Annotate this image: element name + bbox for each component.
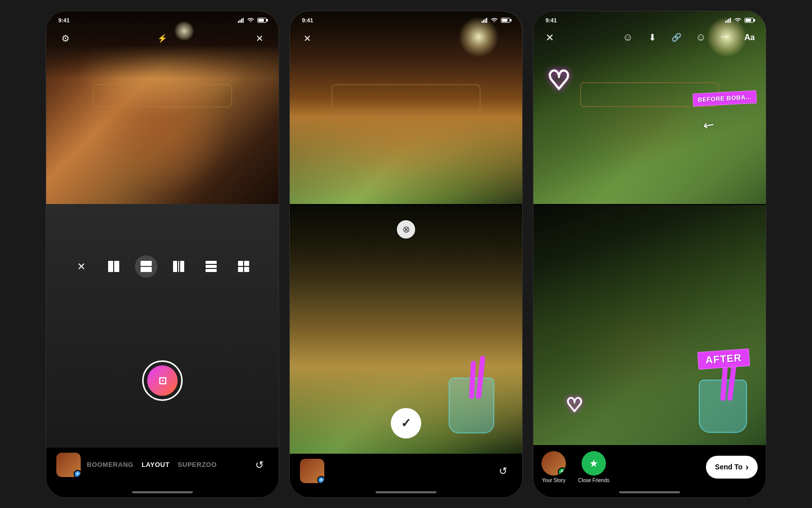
heart-sticker-bottom[interactable]: ♡ [566, 394, 583, 416]
gallery-thumbnail-1[interactable]: + [56, 453, 81, 477]
status-time-1: 9:41 [58, 17, 70, 23]
close-icon-1: ✕ [256, 33, 263, 44]
star-badge-icon: ★ [589, 457, 598, 469]
layout-logo-text: ⊡ [158, 375, 167, 387]
close-friends-option[interactable]: ★ Close Friends [578, 451, 610, 483]
layout-active-btn[interactable] [135, 255, 157, 278]
share-bar: ★ Your Story ★ Close Friends Send To › [533, 445, 766, 487]
flip-icon-1: ↺ [255, 459, 264, 471]
layout-4grid-btn[interactable] [232, 255, 255, 278]
close-friends-icon: ★ [582, 451, 606, 476]
wifi-icon [247, 18, 254, 23]
battery-icon-2 [501, 18, 510, 23]
status-time-2: 9:41 [302, 17, 313, 23]
svg-rect-1 [240, 20, 241, 23]
delete-icon: ⊗ [402, 224, 410, 235]
status-bar-3: 9:41 [533, 11, 766, 27]
send-to-label: Send To [715, 463, 742, 471]
download-icon: ⬇ [649, 32, 656, 43]
story-add-icon: ★ [558, 467, 566, 476]
delete-photo-button[interactable]: ⊗ [397, 220, 415, 239]
grid-2x2-icon [238, 261, 249, 272]
sticker-button[interactable]: ☺ [693, 29, 709, 46]
capture-button-layout[interactable]: ⊡ [142, 360, 183, 401]
add-badge-2: + [317, 476, 324, 483]
top-controls-1: ⚙ ⚡ ✕ [46, 29, 279, 48]
signal-icon-3 [725, 18, 732, 23]
layout-options-bar: ✕ [70, 255, 255, 278]
wifi-icon-3 [734, 18, 741, 23]
svg-rect-10 [728, 19, 729, 23]
panel1-main: ⚙ ⚡ ✕ ✕ [46, 11, 279, 497]
home-bar-2 [376, 491, 436, 493]
home-indicator-1 [46, 487, 279, 497]
draw-button[interactable]: 〰 [717, 29, 733, 46]
grid-side-icon [173, 261, 184, 272]
drink-cup-2 [449, 367, 494, 433]
mode-tab-boomerang[interactable]: BOOMERANG [87, 461, 133, 468]
layout-3row-btn[interactable] [200, 255, 222, 278]
glasses-hint-2 [331, 84, 480, 111]
top-close-area-2: ✕ [298, 29, 316, 48]
send-to-button[interactable]: Send To › [706, 456, 758, 479]
svg-rect-3 [243, 18, 244, 23]
grid-2x1-icon [108, 261, 119, 272]
cup-body-2 [449, 378, 494, 433]
status-time-3: 9:41 [546, 17, 557, 23]
cup-body-3 [699, 380, 747, 433]
layout-side-btn[interactable] [167, 255, 190, 278]
battery-icon [257, 18, 266, 23]
gallery-thumbnail-2[interactable]: + [300, 459, 324, 483]
close-button-1[interactable]: ✕ [250, 29, 268, 48]
signal-icon-2 [482, 18, 489, 23]
edit-controls-right: ☺ ⬇ 🔗 ☺ 〰 Aa [620, 29, 758, 46]
emoji-button[interactable]: ☺ [620, 29, 636, 46]
check-icon: ✓ [401, 416, 411, 430]
flash-button[interactable]: ⚡ [153, 29, 172, 48]
split-photo-top [290, 11, 522, 204]
mode-tab-superzoom[interactable]: SUPERZOO [178, 461, 217, 468]
status-icons-1 [238, 18, 266, 23]
signal-icon [238, 18, 245, 23]
phone-panel-3: 9:41 ✕ ☺ [533, 11, 766, 498]
confirm-button[interactable]: ✓ [391, 408, 421, 438]
home-indicator-2 [290, 487, 522, 497]
your-story-option[interactable]: ★ Your Story [542, 451, 566, 483]
bottom-bar-2: + ↺ [290, 454, 522, 487]
draw-icon: 〰 [721, 33, 729, 42]
panel3-main: ✕ ☺ ⬇ 🔗 ☺ 〰 Aa [533, 11, 766, 497]
top-edit-controls: ✕ ☺ ⬇ 🔗 ☺ 〰 Aa [533, 29, 766, 46]
split-photo-bottom: ⊗ ✓ [290, 205, 522, 454]
svg-rect-8 [725, 21, 726, 23]
grid-1x2-icon [141, 261, 152, 272]
sticker-after[interactable]: AFTER [697, 349, 750, 370]
heart-sticker-top[interactable]: ♡ [547, 65, 571, 95]
layout-2col-btn[interactable] [103, 255, 125, 278]
close-icon-3: ✕ [546, 31, 554, 44]
grid-3row-icon [206, 261, 217, 272]
download-button[interactable]: ⬇ [644, 29, 660, 46]
home-bar-1 [132, 491, 193, 493]
flip-icon-2: ↺ [499, 465, 507, 477]
flip-camera-button-1[interactable]: ↺ [250, 456, 268, 474]
text-button[interactable]: Aa [741, 29, 758, 46]
mode-tab-layout[interactable]: LAYOUT [142, 461, 170, 468]
text-icon: Aa [745, 33, 755, 42]
link-button[interactable]: 🔗 [668, 29, 685, 46]
layout-close-btn[interactable]: ✕ [70, 255, 92, 278]
svg-rect-0 [238, 21, 239, 23]
sticker-icon: ☺ [696, 31, 706, 43]
flash-icon: ⚡ [157, 33, 167, 43]
settings-icon: ⚙ [61, 33, 70, 44]
phone-panel-1: 9:41 [46, 11, 279, 498]
home-bar-3 [619, 491, 680, 493]
close-button-2[interactable]: ✕ [298, 29, 316, 48]
story-photo-bottom: AFTER ♡ [533, 205, 766, 445]
svg-rect-7 [486, 18, 487, 23]
close-button-3[interactable]: ✕ [542, 29, 558, 46]
svg-rect-11 [730, 18, 731, 23]
flip-camera-button-2[interactable]: ↺ [494, 462, 512, 480]
svg-rect-9 [727, 20, 728, 23]
wifi-icon-2 [491, 18, 498, 23]
settings-button[interactable]: ⚙ [56, 29, 75, 48]
